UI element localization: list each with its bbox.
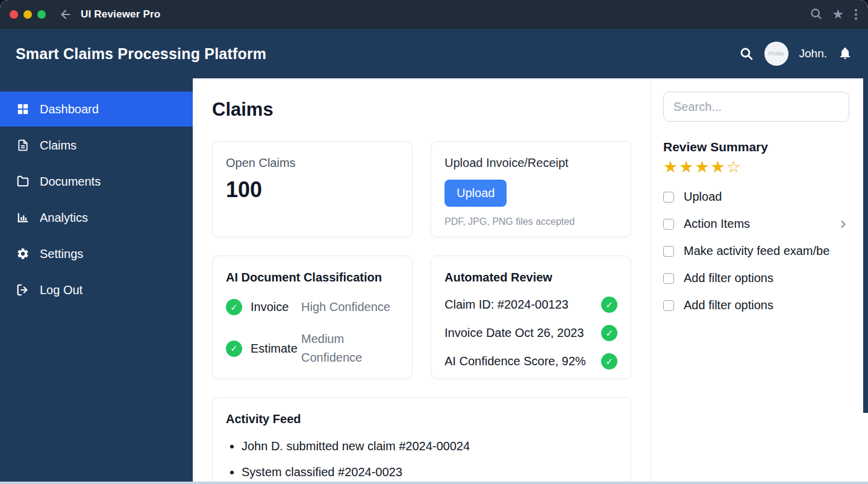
sidebar-item-label: Analytics [40,211,88,225]
scrollbar[interactable] [863,78,868,413]
check-circle-icon: ✓ [601,297,617,313]
activity-list: John D. submitted new claim #2024-00024 … [226,439,617,479]
review-row-text: AI Confidence Score, 92% [445,354,586,368]
sidebar-item-logout[interactable]: Log Out [0,272,193,307]
avatar-label: Profile [769,51,784,57]
confidence-label: High Confidence [301,298,399,316]
check-circle-icon: ✓ [601,353,617,369]
window-title: UI Reviewer Pro [81,8,160,20]
automated-review-card: Automated Review Claim ID: #2024-00123 ✓… [431,256,631,379]
documents-folder-icon [16,175,30,188]
classification-row: ✓ Invoice High Confidence [226,298,399,316]
sidebar-item-label: Documents [40,175,101,189]
checklist-label: Add filter options [684,271,773,285]
review-row-text: Claim ID: #2024-00123 [445,298,569,312]
checklist-item-add-filter-1[interactable]: Add filter options [663,271,849,285]
activity-item: John D. submitted new claim #2024-00024 [242,439,617,453]
back-arrow-icon[interactable] [59,8,72,21]
automated-review-title: Automated Review [445,271,617,284]
checklist-label: Action Items [684,217,750,231]
sidebar-item-label: Log Out [40,283,83,297]
checkbox-icon[interactable] [663,300,674,311]
notifications-bell-icon[interactable] [838,46,852,61]
review-row: Claim ID: #2024-00123 ✓ [445,297,617,313]
upload-card-title: Upload Invoice/Receipt [445,156,617,170]
checklist-item-activity-feed[interactable]: Make activity feed exam/be [663,244,849,258]
sidebar-item-label: Dashboard [40,102,99,116]
sidebar-item-dashboard[interactable]: Dashboard [0,92,193,127]
activity-feed-title: Activity Feed [226,412,617,426]
dashboard-grid-icon [16,102,30,116]
upload-hint: PDF, JPG, PNG files accepted [445,216,617,227]
main-content: Claims Open Claims 100 Upload Invoice/Re… [193,78,651,484]
topbar-search-icon[interactable] [810,7,822,22]
checklist-label: Make activity feed exam/be [684,244,829,258]
checkbox-icon[interactable] [663,192,674,203]
checkbox-icon[interactable] [663,246,674,257]
settings-gear-icon [16,247,30,260]
review-summary-title: Review Summary [663,140,849,154]
sidebar-item-settings[interactable]: Settings [0,236,193,271]
open-claims-value: 100 [226,177,399,203]
open-claims-label: Open Claims [226,156,399,170]
review-row: Invoice Date Oct 26, 2023 ✓ [445,325,617,341]
activity-item: System classified #2024-0023 [242,465,617,479]
review-row-text: Invoice Date Oct 26, 2023 [445,326,584,340]
sidebar-item-analytics[interactable]: Analytics [0,200,193,235]
sidebar-item-label: Claims [40,139,76,152]
bookmark-star-icon[interactable]: ★ [832,8,844,21]
minimize-window-icon[interactable] [23,10,32,19]
checklist-label: Upload [684,190,722,204]
review-row: AI Confidence Score, 92% ✓ [445,353,617,369]
checklist-item-action-items[interactable]: Action Items [663,217,849,231]
browser-topbar: UI Reviewer Pro ★ [0,0,868,29]
upload-button[interactable]: Upload [445,180,507,207]
upload-card: Upload Invoice/Receipt Upload PDF, JPG, … [431,141,631,237]
checklist-item-upload[interactable]: Upload [663,190,849,204]
app-window: UI Reviewer Pro ★ Smart Claims Processin… [0,0,868,484]
header-search-icon[interactable] [739,46,754,61]
window-bottom-edge [0,482,868,484]
check-circle-icon: ✓ [601,325,617,341]
claims-file-icon [16,139,30,152]
classification-label: Estimate [251,342,298,356]
classification-card: AI Document Classification ✓ Invoice Hig… [212,256,413,379]
review-panel: Review Summary ★★★★☆ Upload Action Items… [651,78,863,484]
maximize-window-icon[interactable] [37,10,46,19]
checklist-label: Add filter options [684,298,773,312]
app-title: Smart Claims Processing Platform [16,45,266,63]
page-title: Claims [212,99,631,121]
window-controls[interactable] [10,10,46,19]
sidebar-item-documents[interactable]: Documents [0,164,193,199]
checkbox-icon[interactable] [663,273,674,284]
user-name: John. [799,47,827,60]
star-filled-icon: ★★★★ [663,158,726,176]
analytics-chart-icon [16,211,30,224]
close-window-icon[interactable] [10,10,18,19]
classification-label: Invoice [251,300,289,314]
more-options-icon[interactable] [854,8,858,21]
check-circle-icon: ✓ [226,299,242,315]
chevron-right-icon[interactable] [837,218,849,230]
search-input[interactable] [663,92,849,122]
app-header: Smart Claims Processing Platform Profile… [0,29,868,78]
logout-icon [16,283,30,297]
activity-feed-card: Activity Feed John D. submitted new clai… [212,397,631,484]
open-claims-card: Open Claims 100 [212,141,413,237]
checkbox-icon[interactable] [663,219,674,230]
avatar[interactable]: Profile [764,42,788,66]
star-empty-icon: ☆ [726,158,742,176]
checklist-item-add-filter-2[interactable]: Add filter options [663,298,849,312]
confidence-label: Medium Confidence [301,330,399,367]
sidebar-nav: Dashboard Claims Documents Analytics Set… [0,78,193,484]
check-circle-icon: ✓ [226,341,242,357]
review-checklist: Upload Action Items Make activity feed e… [663,190,849,312]
sidebar-item-claims[interactable]: Claims [0,128,193,163]
classification-row: ✓ Estimate Medium Confidence [226,330,399,367]
sidebar-item-label: Settings [40,247,83,261]
classification-title: AI Document Classification [226,271,399,284]
rating-stars[interactable]: ★★★★☆ [663,159,849,175]
